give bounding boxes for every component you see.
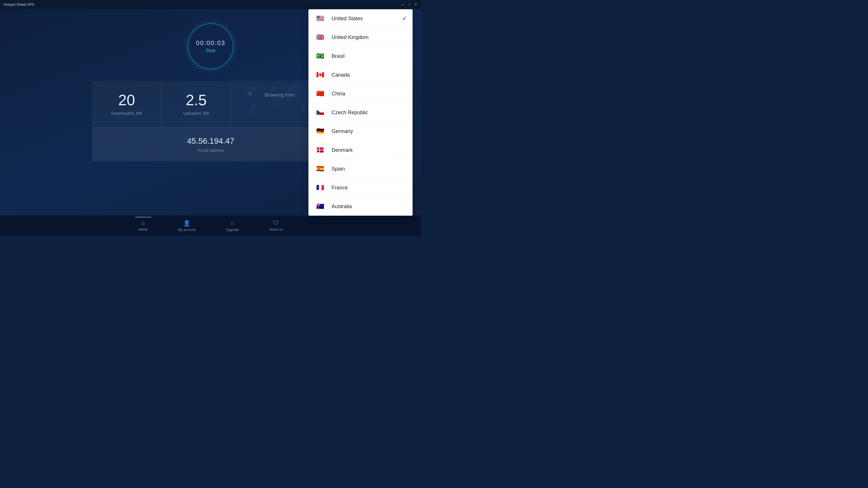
- country-item-dk[interactable]: 🇩🇰Denmark: [308, 141, 412, 160]
- flag-cz: 🇨🇿: [314, 108, 326, 117]
- country-name-gb: United Kingdom: [332, 34, 369, 40]
- svg-point-1: [247, 89, 247, 90]
- svg-point-21: [252, 92, 253, 93]
- svg-point-11: [251, 90, 252, 91]
- country-item-cz[interactable]: 🇨🇿Czech Republic: [308, 103, 412, 122]
- svg-point-7: [245, 93, 246, 94]
- country-name-au: Australia: [332, 203, 352, 209]
- country-name-de: Germany: [332, 128, 353, 134]
- close-button[interactable]: ✕: [414, 3, 418, 7]
- home-label: Home: [138, 228, 148, 232]
- svg-point-90: [303, 108, 304, 109]
- upload-stat: 2.5 Uploaded, MB: [161, 81, 231, 127]
- svg-point-24: [245, 97, 246, 98]
- world-map-svg: [228, 75, 321, 127]
- timer-container: 00:00:03 Stop: [187, 23, 234, 69]
- svg-point-75: [297, 88, 298, 89]
- svg-point-62: [290, 86, 291, 87]
- maximize-button[interactable]: □: [407, 3, 411, 7]
- country-item-cn[interactable]: 🇨🇳China: [308, 85, 412, 103]
- svg-point-79: [290, 91, 291, 91]
- svg-point-91: [304, 108, 305, 109]
- country-name-cz: Czech Republic: [332, 109, 368, 116]
- country-dropdown[interactable]: 🇺🇸United States✓🇬🇧United Kingdom🇧🇷Brasil…: [308, 9, 412, 216]
- country-item-au[interactable]: 🇦🇺Australia: [308, 197, 412, 216]
- svg-point-4: [251, 87, 252, 88]
- flag-cn: 🇨🇳: [314, 90, 326, 98]
- country-name-ca: Canada: [332, 72, 350, 78]
- svg-point-74: [296, 87, 297, 88]
- nav-home[interactable]: ⌂ Home: [135, 217, 151, 234]
- title-bar: Hotspot Shield VPN — □ ✕: [0, 0, 421, 9]
- svg-point-93: [304, 111, 305, 111]
- address-row: 45.56.194.47 Virtual address: [92, 128, 329, 161]
- svg-point-88: [304, 105, 305, 106]
- country-item-ca[interactable]: 🇨🇦Canada: [308, 66, 412, 85]
- stats-row: 20 Downloaded, MB 2.5 Uploaded, MB Brows…: [92, 81, 329, 128]
- country-name-br: Brasil: [332, 53, 345, 59]
- svg-point-6: [244, 92, 245, 93]
- timer-value: 00:00:03: [196, 39, 225, 47]
- minimize-button[interactable]: —: [401, 3, 405, 7]
- stop-button[interactable]: Stop: [206, 48, 216, 53]
- svg-point-57: [273, 101, 274, 102]
- svg-point-44: [272, 89, 273, 90]
- svg-point-77: [300, 89, 301, 90]
- country-item-us[interactable]: 🇺🇸United States✓: [308, 9, 412, 28]
- svg-point-84: [297, 90, 298, 91]
- country-item-fr[interactable]: 🇫🇷France: [308, 178, 412, 197]
- svg-point-38: [252, 112, 253, 113]
- svg-point-40: [272, 87, 273, 87]
- nav-account[interactable]: 👤 My account: [175, 218, 199, 234]
- svg-point-35: [251, 108, 252, 109]
- flag-de: 🇩🇪: [314, 127, 326, 135]
- upgrade-label: Upgrade: [226, 228, 239, 232]
- svg-point-71: [291, 88, 292, 89]
- svg-point-67: [297, 85, 298, 86]
- svg-point-82: [294, 90, 295, 91]
- svg-point-70: [290, 88, 291, 89]
- about-icon: 🛡: [273, 220, 279, 226]
- download-stat: 20 Downloaded, MB: [92, 81, 161, 127]
- svg-point-34: [254, 106, 255, 107]
- nav-about[interactable]: 🛡 About us: [266, 218, 286, 234]
- about-label: About us: [269, 228, 283, 232]
- country-item-gb[interactable]: 🇬🇧United Kingdom: [308, 28, 412, 47]
- svg-point-52: [274, 95, 275, 95]
- account-label: My account: [178, 228, 195, 232]
- download-label: Downloaded, MB: [98, 111, 155, 116]
- svg-point-25: [247, 97, 247, 98]
- svg-point-43: [271, 89, 271, 90]
- svg-point-51: [273, 95, 273, 96]
- svg-point-64: [293, 85, 294, 86]
- upload-value: 2.5: [167, 93, 225, 107]
- nav-upgrade[interactable]: ☆ Upgrade: [222, 218, 243, 234]
- svg-point-33: [252, 105, 253, 106]
- svg-point-16: [245, 95, 246, 96]
- svg-point-41: [273, 86, 274, 87]
- country-item-es[interactable]: 🇪🇸Spain: [308, 160, 412, 178]
- svg-point-46: [275, 88, 276, 89]
- svg-point-12: [252, 89, 253, 90]
- ip-address: 45.56.194.47: [98, 136, 323, 146]
- svg-point-63: [291, 85, 292, 86]
- svg-point-47: [276, 87, 277, 88]
- svg-point-3: [249, 88, 250, 89]
- svg-point-65: [294, 85, 295, 86]
- svg-point-96: [249, 93, 251, 95]
- country-item-br[interactable]: 🇧🇷Brasil: [308, 47, 412, 66]
- svg-point-58: [275, 100, 276, 101]
- country-item-de[interactable]: 🇩🇪Germany: [308, 122, 412, 141]
- download-value: 20: [98, 93, 155, 107]
- svg-point-29: [251, 104, 252, 105]
- selected-checkmark: ✓: [402, 15, 407, 22]
- svg-point-13: [254, 89, 255, 90]
- svg-point-14: [255, 88, 256, 89]
- country-name-es: Spain: [332, 166, 345, 172]
- svg-point-8: [247, 92, 247, 93]
- svg-point-92: [302, 111, 303, 112]
- country-name-us: United States: [332, 15, 363, 22]
- svg-point-78: [288, 91, 289, 92]
- upload-label: Uploaded, MB: [167, 111, 225, 116]
- svg-point-69: [288, 89, 289, 90]
